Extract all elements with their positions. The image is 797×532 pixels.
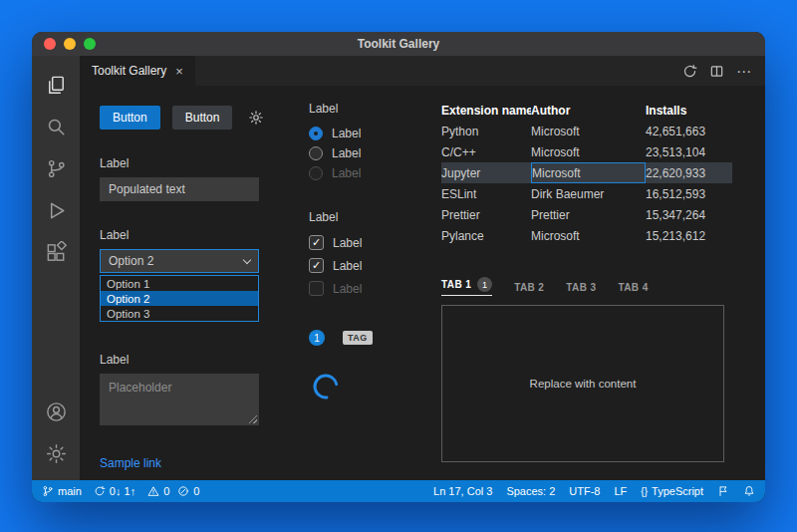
badge-tag-row: 1 TAG xyxy=(309,330,448,346)
panel-tabs: TAB 1 1 TAB 2 TAB 3 TAB 4 xyxy=(441,278,732,296)
split-editor-icon[interactable] xyxy=(709,64,724,79)
gear-icon xyxy=(248,110,264,126)
primary-button[interactable]: Button xyxy=(100,106,160,130)
dropdown-option-3[interactable]: Option 3 xyxy=(101,306,258,321)
window-title: Toolkit Gallery xyxy=(32,37,765,51)
search-icon xyxy=(45,116,68,138)
sync-icon xyxy=(94,485,106,497)
encoding[interactable]: UTF-8 xyxy=(569,485,600,497)
cell-author-focused: Microsoft xyxy=(531,162,646,183)
progress-ring xyxy=(311,372,341,401)
checkbox-checked-icon: ✓ xyxy=(309,258,324,273)
notifications[interactable] xyxy=(743,485,755,497)
feedback[interactable] xyxy=(717,485,729,497)
run-and-debug-icon xyxy=(45,199,68,222)
table-row-selected[interactable]: Jupyter Microsoft 22,620,933 xyxy=(441,162,732,183)
dropdown-listbox: Option 1 Option 2 Option 3 xyxy=(100,275,259,322)
status-bar: main 0↓ 1↑ 0 0 Ln 17, Col 3 Spaces: 2 xyxy=(32,480,765,502)
panel-tab-badge: 1 xyxy=(477,277,492,292)
panel-tab-label: TAB 3 xyxy=(566,282,596,293)
indentation[interactable]: Spaces: 2 xyxy=(506,485,555,497)
column-header: Installs xyxy=(646,100,732,121)
text-area[interactable] xyxy=(100,374,259,425)
feedback-flag-icon xyxy=(717,485,729,497)
icon-button[interactable] xyxy=(248,110,264,126)
gallery-column-2: Label Label Label Label Label xyxy=(309,86,448,401)
button-row: Button Button xyxy=(100,106,259,130)
branch-status[interactable]: main xyxy=(42,485,82,497)
table-row[interactable]: Prettier Prettier 15,347,264 xyxy=(441,204,732,225)
panel-tab-2[interactable]: TAB 2 xyxy=(514,282,544,296)
text-field[interactable] xyxy=(100,177,259,201)
radio-label: Label xyxy=(332,127,361,140)
cell-extension: Prettier xyxy=(441,204,531,225)
secondary-button[interactable]: Button xyxy=(172,106,233,130)
checkbox-option-2[interactable]: ✓ Label xyxy=(309,258,448,273)
radio-label: Label xyxy=(332,166,361,180)
activity-bar-search[interactable] xyxy=(32,106,80,147)
more-actions-icon[interactable]: ⋯ xyxy=(736,64,751,79)
window-controls xyxy=(44,38,96,50)
table-row[interactable]: Python Microsoft 42,651,663 xyxy=(441,121,732,141)
cell-author: Microsoft xyxy=(531,141,646,162)
branch-icon xyxy=(42,485,54,497)
cell-extension: ESLint xyxy=(441,183,531,204)
close-window-button[interactable] xyxy=(44,38,56,50)
cell-installs: 23,513,104 xyxy=(646,141,732,162)
cursor-position[interactable]: Ln 17, Col 3 xyxy=(433,485,492,497)
cell-author: Microsoft xyxy=(531,121,646,141)
radio-disabled-icon xyxy=(309,166,323,180)
activity-bar-extensions[interactable] xyxy=(32,231,80,273)
language-text: TypeScript xyxy=(652,485,703,497)
dropdown-option-2[interactable]: Option 2 xyxy=(101,291,258,306)
branch-name: main xyxy=(58,485,82,497)
cell-extension: Pylance xyxy=(441,225,531,246)
radio-option-1[interactable]: Label xyxy=(309,127,448,140)
problems-status[interactable]: 0 0 xyxy=(147,485,199,497)
table-row[interactable]: Pylance Microsoft 15,213,612 xyxy=(441,225,732,246)
status-bar-right: Ln 17, Col 3 Spaces: 2 UTF-8 LF {} TypeS… xyxy=(433,485,755,497)
panel-tab-label: TAB 4 xyxy=(618,282,648,293)
sync-status[interactable]: 0↓ 1↑ xyxy=(94,485,135,497)
activity-bar-settings[interactable] xyxy=(32,432,80,474)
activity-bar xyxy=(32,56,80,480)
panel-view-placeholder: Replace with content xyxy=(530,378,637,390)
close-icon[interactable]: × xyxy=(175,65,183,78)
checkbox-label: Label xyxy=(333,259,362,273)
warning-count: 0 xyxy=(163,485,169,497)
encoding-text: UTF-8 xyxy=(569,485,600,497)
checkbox-option-3: Label xyxy=(309,281,448,296)
panel-tab-1[interactable]: TAB 1 1 xyxy=(441,277,492,296)
dropdown-option-1[interactable]: Option 1 xyxy=(101,276,258,291)
tag: TAG xyxy=(343,331,373,345)
editor-actions: ⋯ xyxy=(682,56,765,86)
radio-unchecked-icon xyxy=(309,146,323,160)
cell-extension: Jupyter xyxy=(441,162,531,183)
panel-tab-3[interactable]: TAB 3 xyxy=(566,282,596,296)
sample-link[interactable]: Sample link xyxy=(100,456,161,470)
minimize-window-button[interactable] xyxy=(64,38,76,50)
language-mode[interactable]: {} TypeScript xyxy=(641,485,703,497)
eol[interactable]: LF xyxy=(615,485,628,497)
tab-label: Toolkit Gallery xyxy=(92,64,166,78)
refresh-icon[interactable] xyxy=(682,64,697,79)
activity-bar-source-control[interactable] xyxy=(32,147,80,189)
activity-bar-explorer[interactable] xyxy=(32,64,80,106)
checkbox-option-1[interactable]: ✓ Label xyxy=(309,235,448,250)
table-row[interactable]: C/C++ Microsoft 23,513,104 xyxy=(441,141,732,162)
cell-installs: 15,213,612 xyxy=(646,225,732,246)
source-control-icon xyxy=(45,157,68,180)
tab-toolkit-gallery[interactable]: Toolkit Gallery × xyxy=(80,56,195,86)
window-main: Toolkit Gallery × ⋯ xyxy=(32,56,765,480)
radio-option-2[interactable]: Label xyxy=(309,146,448,160)
activity-bar-accounts[interactable] xyxy=(32,391,80,432)
activity-bar-run-debug[interactable] xyxy=(32,189,80,231)
table-row[interactable]: ESLint Dirk Baeumer 16,512,593 xyxy=(441,183,732,204)
cell-extension: Python xyxy=(441,121,531,141)
account-icon xyxy=(45,400,68,423)
dropdown[interactable]: Option 2 xyxy=(100,249,259,273)
zoom-window-button[interactable] xyxy=(84,38,96,50)
gallery-column-3: Extension name Author Installs Python Mi… xyxy=(441,86,732,462)
panel-tab-4[interactable]: TAB 4 xyxy=(618,282,648,296)
cell-author: Microsoft xyxy=(531,225,646,246)
